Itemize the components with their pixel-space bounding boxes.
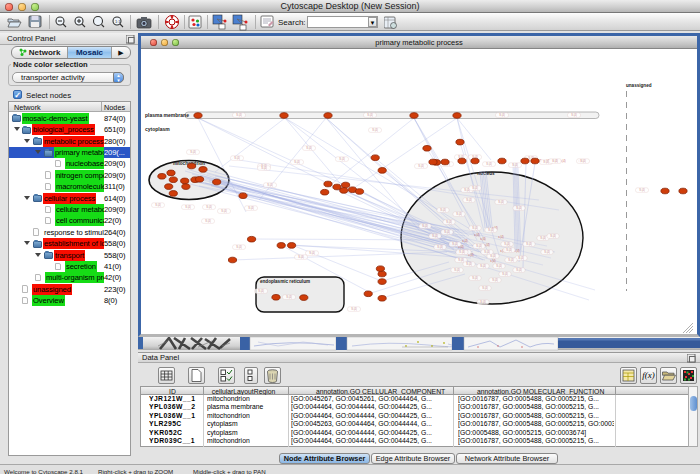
svg-text:S.(4): S.(4) bbox=[261, 166, 267, 170]
svg-text:S.(4): S.(4) bbox=[185, 205, 191, 209]
svg-text:S.(4): S.(4) bbox=[444, 230, 450, 234]
svg-text:S.(4): S.(4) bbox=[459, 250, 465, 254]
svg-text:S.(4): S.(4) bbox=[418, 164, 424, 168]
svg-text:x.(4): x.(4) bbox=[490, 259, 496, 263]
svg-text:S.(4): S.(4) bbox=[206, 205, 212, 209]
svg-text:S.(4): S.(4) bbox=[372, 128, 378, 132]
svg-text:S.(4): S.(4) bbox=[221, 209, 227, 213]
svg-text:S.(4): S.(4) bbox=[508, 258, 514, 262]
svg-text:S.(4): S.(4) bbox=[466, 198, 472, 202]
svg-text:S.(4): S.(4) bbox=[502, 272, 508, 276]
svg-text:S.(4): S.(4) bbox=[458, 258, 464, 262]
svg-text:S.(4): S.(4) bbox=[550, 234, 556, 238]
svg-text:plasma membrane: plasma membrane bbox=[145, 112, 189, 118]
svg-text:cytoplasm: cytoplasm bbox=[145, 126, 170, 132]
svg-text:S.(4): S.(4) bbox=[248, 206, 254, 210]
svg-text:S.(4): S.(4) bbox=[454, 268, 460, 272]
svg-text:S.(4): S.(4) bbox=[190, 150, 196, 154]
svg-text:S.(4): S.(4) bbox=[452, 242, 458, 246]
svg-text:S.(4): S.(4) bbox=[306, 146, 312, 150]
svg-text:unassigned: unassigned bbox=[626, 83, 652, 88]
svg-text:S.(4): S.(4) bbox=[309, 251, 315, 255]
svg-text:S.(4): S.(4) bbox=[492, 278, 498, 282]
svg-text:S.(4): S.(4) bbox=[339, 157, 345, 161]
svg-text:S.(4): S.(4) bbox=[484, 250, 490, 254]
svg-text:S.(4): S.(4) bbox=[472, 186, 478, 190]
svg-text:S.(4): S.(4) bbox=[236, 245, 242, 249]
svg-text:S.(4): S.(4) bbox=[552, 159, 558, 163]
svg-text:x.(4): x.(4) bbox=[498, 235, 504, 239]
svg-text:S.(4): S.(4) bbox=[258, 289, 264, 293]
svg-text:S.(4): S.(4) bbox=[466, 262, 472, 266]
svg-text:S.(4): S.(4) bbox=[504, 242, 510, 246]
svg-text:S.(4): S.(4) bbox=[499, 113, 505, 117]
svg-text:S.(4): S.(4) bbox=[488, 228, 494, 232]
svg-text:1:1: 1:1 bbox=[115, 19, 121, 24]
svg-text:S.(4): S.(4) bbox=[155, 203, 161, 207]
svg-text:S.(4): S.(4) bbox=[472, 226, 478, 230]
svg-text:S.(4): S.(4) bbox=[480, 300, 486, 304]
svg-text:S.(4): S.(4) bbox=[540, 236, 546, 240]
svg-text:S.(4): S.(4) bbox=[486, 162, 492, 166]
svg-text:S.(4): S.(4) bbox=[234, 156, 240, 160]
svg-text:S.(4): S.(4) bbox=[482, 286, 488, 290]
svg-text:S.(4): S.(4) bbox=[351, 307, 357, 311]
svg-text:S.(4): S.(4) bbox=[506, 248, 512, 252]
svg-text:S.(4): S.(4) bbox=[236, 113, 242, 117]
svg-text:S.(4): S.(4) bbox=[294, 160, 300, 164]
svg-text:x.(4): x.(4) bbox=[480, 237, 486, 241]
svg-text:S.(4): S.(4) bbox=[456, 212, 462, 216]
svg-text:S.(4): S.(4) bbox=[490, 254, 496, 258]
svg-text:x.(4): x.(4) bbox=[474, 233, 480, 237]
svg-text:S.(4): S.(4) bbox=[476, 244, 482, 248]
svg-text:S.(4): S.(4) bbox=[580, 159, 586, 163]
svg-text:S.(4): S.(4) bbox=[422, 224, 428, 228]
svg-text:S.(4): S.(4) bbox=[544, 250, 550, 254]
svg-text:S.(4): S.(4) bbox=[205, 219, 211, 223]
svg-text:endoplasmic reticulum: endoplasmic reticulum bbox=[260, 279, 310, 284]
svg-text:S.(4): S.(4) bbox=[267, 183, 273, 187]
svg-text:S.(4): S.(4) bbox=[446, 220, 452, 224]
svg-text:S.(4): S.(4) bbox=[437, 245, 443, 249]
svg-text:S.(4): S.(4) bbox=[526, 242, 532, 246]
svg-text:S.(4): S.(4) bbox=[440, 208, 446, 212]
svg-text:S.(4): S.(4) bbox=[496, 264, 502, 268]
svg-text:S.(4): S.(4) bbox=[571, 113, 577, 117]
svg-text:S.(4): S.(4) bbox=[516, 206, 522, 210]
svg-text:S.(4): S.(4) bbox=[472, 276, 478, 280]
svg-text:S.(4): S.(4) bbox=[432, 234, 438, 238]
svg-text:x.(4): x.(4) bbox=[462, 239, 468, 243]
svg-text:S.(4): S.(4) bbox=[367, 113, 373, 117]
svg-text:S.(4): S.(4) bbox=[516, 268, 522, 272]
svg-text:S.(4): S.(4) bbox=[298, 255, 304, 259]
svg-text:S.(4): S.(4) bbox=[498, 200, 504, 204]
svg-text:S.(4): S.(4) bbox=[639, 188, 645, 192]
svg-text:S.(4): S.(4) bbox=[518, 256, 524, 260]
svg-text:S.(4): S.(4) bbox=[512, 163, 518, 167]
svg-text:S.(4): S.(4) bbox=[286, 295, 292, 299]
svg-text:S.(4): S.(4) bbox=[480, 264, 486, 268]
svg-text:S.(4): S.(4) bbox=[543, 160, 549, 164]
